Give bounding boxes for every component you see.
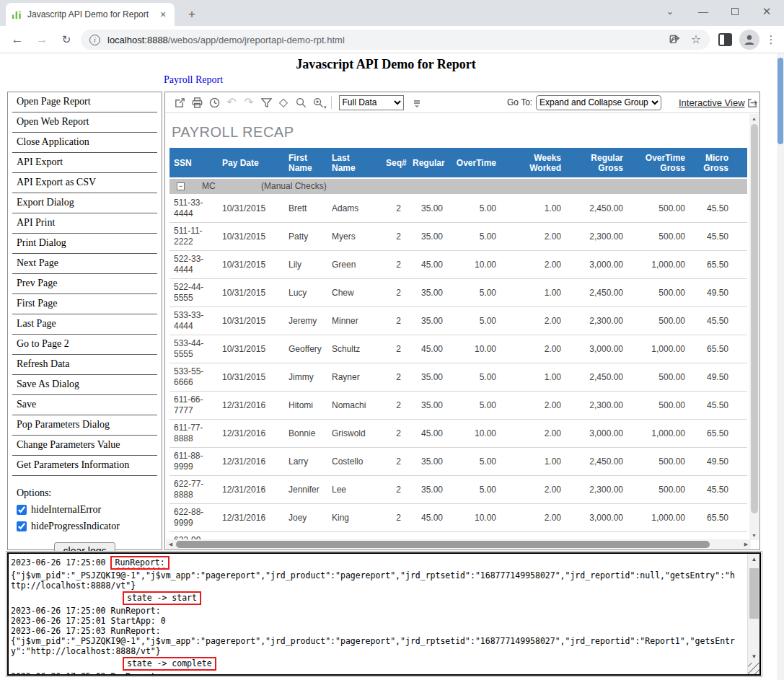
bookmark-star-icon[interactable]: ☆ bbox=[686, 30, 706, 50]
sidebar-item-close-application[interactable]: Close Application bbox=[12, 133, 157, 153]
sidebar-menu: Open Page ReportOpen Web ReportClose App… bbox=[8, 92, 162, 476]
hideProgressIndicator-checkbox[interactable] bbox=[17, 521, 27, 531]
tab-search-chevron-icon[interactable]: ⌄ bbox=[656, 0, 684, 25]
share-icon[interactable] bbox=[669, 32, 682, 45]
page-info-icon[interactable]: i bbox=[89, 35, 100, 45]
sidebar-item-print-dialog[interactable]: Print Dialog bbox=[12, 234, 157, 254]
reload-icon[interactable]: ↻ bbox=[56, 30, 76, 50]
zoom-caret-icon[interactable]: ▾ bbox=[324, 105, 327, 110]
sidebar-item-last-page[interactable]: Last Page bbox=[12, 314, 157, 335]
report-vertical-scrollbar[interactable]: ▲ ▼ bbox=[749, 114, 759, 540]
goto-select[interactable]: Expand and Collapse Group bbox=[536, 95, 661, 110]
group-label: (Manual Checks) bbox=[261, 181, 327, 192]
report-horizontal-scrollbar[interactable]: ◀ ▶ bbox=[166, 539, 751, 549]
window-minimize-icon[interactable]: — bbox=[689, 0, 718, 25]
window-maximize-icon[interactable] bbox=[721, 0, 749, 25]
checkbox-label: hideInternalError bbox=[31, 504, 101, 516]
sidebar-item-export-dialog[interactable]: Export Dialog bbox=[12, 193, 157, 213]
table-cell: Myers bbox=[327, 223, 380, 251]
back-icon[interactable]: ← bbox=[7, 30, 27, 50]
table-cell: 35.00 bbox=[407, 223, 449, 251]
log-resize-grip[interactable] bbox=[748, 663, 759, 674]
interactive-view-icon[interactable] bbox=[746, 97, 759, 109]
log-scroll-thumb[interactable] bbox=[749, 568, 759, 619]
table-cell: 533-33-4444 bbox=[169, 307, 218, 335]
column-header-regular: Regular bbox=[407, 148, 449, 178]
export-icon[interactable] bbox=[171, 94, 188, 110]
browser-tab[interactable]: Javascritp API Demo for Report × bbox=[6, 3, 175, 26]
sidebar-item-open-web-report[interactable]: Open Web Report bbox=[12, 112, 157, 133]
vertical-scroll-thumb[interactable] bbox=[751, 124, 758, 513]
log-scroll-down-icon[interactable]: ▼ bbox=[748, 651, 760, 663]
sidebar-item-refresh-data[interactable]: Refresh Data bbox=[12, 355, 157, 375]
sidebar-item-prev-page[interactable]: Prev Page bbox=[12, 274, 157, 294]
sidebar-item-get-parameters-information[interactable]: Get Parameters Information bbox=[12, 456, 157, 476]
horizontal-scroll-thumb[interactable] bbox=[176, 541, 710, 548]
window-close-icon[interactable]: ✕ bbox=[752, 0, 781, 25]
sidebar-item-save-as-dialog[interactable]: Save As Dialog bbox=[12, 375, 157, 395]
table-cell: 45.00 bbox=[407, 251, 449, 279]
scroll-up-icon[interactable]: ▲ bbox=[749, 114, 759, 123]
table-cell: 65.50 bbox=[691, 251, 747, 279]
table-cell: 500.00 bbox=[629, 279, 691, 307]
log-scroll-up-icon[interactable]: ▲ bbox=[748, 554, 760, 565]
tab-close-icon[interactable]: × bbox=[157, 9, 169, 20]
table-cell: 35.00 bbox=[407, 476, 449, 504]
scroll-right-icon[interactable]: ▶ bbox=[741, 539, 751, 549]
print-icon[interactable] bbox=[188, 94, 206, 110]
menu-dots-icon[interactable]: ⋮ bbox=[762, 30, 780, 50]
table-cell: 35.00 bbox=[407, 307, 449, 335]
interactive-view-link[interactable]: Interactive View bbox=[679, 97, 745, 108]
table-cell: 45.50 bbox=[691, 392, 747, 420]
page-scrollbar[interactable] bbox=[777, 53, 784, 680]
toolbar-more-icon[interactable] bbox=[408, 94, 426, 110]
table-cell: 45.00 bbox=[407, 420, 449, 448]
search-icon[interactable] bbox=[292, 94, 309, 110]
column-header-last-name: Last Name bbox=[327, 148, 380, 178]
log-highlighted-text: state -> start bbox=[123, 591, 201, 605]
table-cell: 1,000.00 bbox=[629, 251, 691, 279]
table-row: 611-88-999912/31/2016LarryCostello235.00… bbox=[169, 448, 747, 476]
payroll-report-link[interactable]: Payroll Report bbox=[164, 74, 223, 86]
table-cell: 2 bbox=[380, 195, 407, 223]
log-console[interactable]: 2023-06-26 17:25:00 RunReport:{"j$vm_pid… bbox=[7, 552, 761, 676]
new-tab-button[interactable]: + bbox=[183, 6, 201, 23]
sidebar-item-api-print[interactable]: API Print bbox=[12, 213, 157, 234]
sidebar-item-api-export-as-csv[interactable]: API Export as CSV bbox=[12, 173, 157, 193]
page-scroll-thumb[interactable] bbox=[778, 58, 783, 144]
table-cell: 622-77-8888 bbox=[169, 476, 218, 504]
url-path: /webos/app/demo/jreportapi-demo-rpt.html bbox=[168, 35, 345, 45]
collapse-group-icon[interactable]: − bbox=[177, 182, 185, 190]
column-header-seq-: Seq# bbox=[380, 148, 407, 178]
table-cell: 500.00 bbox=[629, 195, 691, 223]
log-highlighted-text: state -> complete bbox=[123, 657, 216, 671]
table-cell: 2.00 bbox=[502, 223, 567, 251]
table-header-row: SSNPay DateFirst NameLast NameSeq#Regula… bbox=[169, 148, 747, 178]
sidebar-item-save[interactable]: Save bbox=[12, 395, 157, 415]
sidebar-item-change-parameters-value[interactable]: Change Parameters Value bbox=[12, 436, 157, 456]
sidebar-item-api-export[interactable]: API Export bbox=[12, 153, 157, 173]
table-cell: King bbox=[327, 504, 380, 532]
sidebar-item-first-page[interactable]: First Page bbox=[12, 294, 157, 314]
address-bar[interactable]: i localhost:8888/webos/app/demo/jreporta… bbox=[81, 30, 710, 50]
sidebar-item-next-page[interactable]: Next Page bbox=[12, 254, 157, 274]
table-cell: 2,300.00 bbox=[567, 476, 629, 504]
schedule-icon[interactable] bbox=[206, 94, 223, 110]
profile-avatar[interactable] bbox=[739, 30, 759, 50]
table-cell: 35.00 bbox=[407, 392, 449, 420]
sidebar-item-pop-parameters-dialog[interactable]: Pop Parameters Dialog bbox=[12, 415, 157, 436]
hideInternalError-checkbox[interactable] bbox=[17, 505, 27, 515]
table-cell: 35.00 bbox=[407, 448, 449, 476]
table-cell: 500.00 bbox=[629, 476, 691, 504]
data-scope-select[interactable]: Full Data bbox=[339, 95, 404, 110]
side-panel-icon[interactable] bbox=[718, 33, 732, 46]
sidebar-item-go-to-page-2[interactable]: Go to Page 2 bbox=[12, 335, 157, 355]
scroll-left-icon[interactable]: ◀ bbox=[166, 539, 175, 549]
sidebar-item-open-page-report[interactable]: Open Page Report bbox=[12, 92, 157, 112]
forward-icon[interactable]: → bbox=[32, 30, 52, 50]
refresh-diamond-icon[interactable]: ◇ bbox=[275, 94, 292, 110]
options-label: Options: bbox=[17, 487, 153, 499]
log-scrollbar[interactable]: ▲ ▼ bbox=[747, 554, 759, 674]
filter-icon[interactable] bbox=[257, 94, 275, 110]
table-cell: 2 bbox=[380, 307, 407, 335]
